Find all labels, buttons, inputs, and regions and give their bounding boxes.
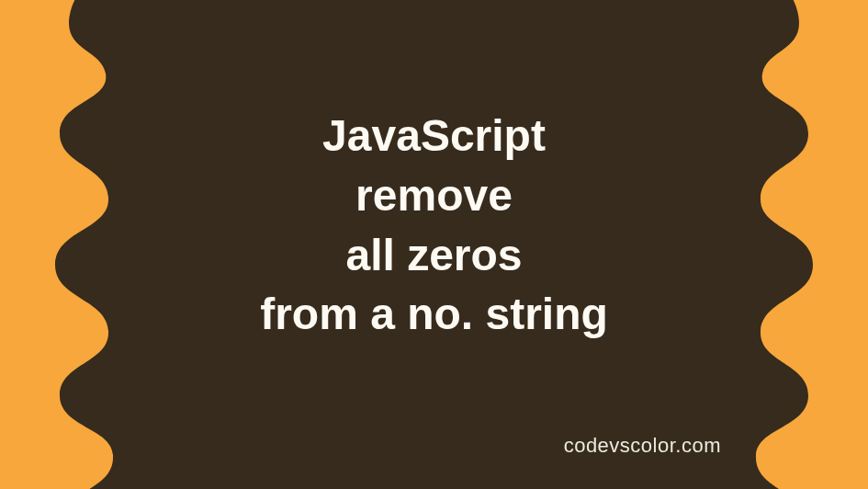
title-line-1: JavaScript [122,107,747,166]
banner-graphic: JavaScript remove all zeros from a no. s… [0,0,868,489]
title-line-4: from a no. string [122,285,747,345]
site-watermark: codevscolor.com [564,434,721,458]
title-line-3: all zeros [122,225,747,285]
banner-title: JavaScript remove all zeros from a no. s… [122,107,747,345]
title-line-2: remove [122,165,747,225]
